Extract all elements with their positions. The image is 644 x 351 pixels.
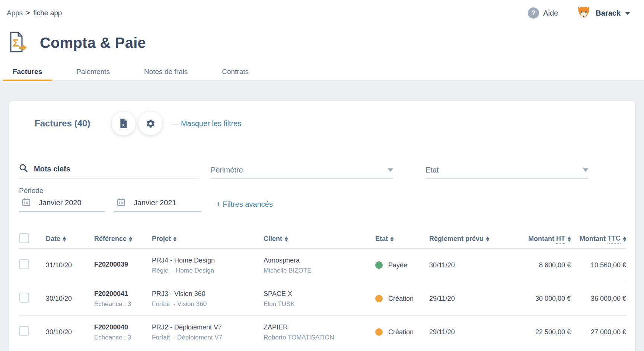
help-label: Aide [543, 9, 558, 17]
search-input[interactable] [34, 165, 190, 173]
keywords-search-field [19, 164, 198, 178]
svg-text:Σ: Σ [13, 37, 19, 49]
status-dot [375, 261, 383, 269]
table-header-row: Date Référence Projet Client Etat Règlem… [19, 230, 626, 248]
select-all-checkbox[interactable] [19, 233, 29, 243]
card-header: Factures (40) x — Masquer les filtres [19, 112, 626, 135]
invoices-table: Date Référence Projet Client Etat Règlem… [19, 230, 626, 349]
status-badge: Création [388, 295, 414, 303]
cell-etat: Payée [375, 248, 429, 282]
period-to-datepicker[interactable]: Janvier 2021 [114, 198, 201, 212]
cell-montant-ttc: 10 560,00 € [571, 248, 626, 282]
tab-factures[interactable]: Factures [3, 65, 52, 81]
tab-paiements[interactable]: Paiements [67, 65, 119, 81]
table-bottom-separator [19, 349, 626, 349]
app-header: Σ Compta & Paie [0, 20, 644, 56]
period-from-datepicker[interactable]: Janvier 2020 [19, 198, 105, 212]
column-header-projet[interactable]: Projet [152, 235, 176, 243]
column-header-montant-ttc[interactable]: MontantTTC [580, 235, 626, 244]
breadcrumb-separator-icon: > [26, 9, 30, 17]
toggle-filters-link[interactable]: — Masquer les filtres [171, 119, 241, 128]
invoices-card: Factures (40) x — Masquer les filtres [9, 101, 635, 351]
app-logo-icon: Σ [9, 31, 28, 55]
tab-notes-de-frais[interactable]: Notes de frais [134, 65, 197, 81]
sort-icon [173, 236, 176, 242]
sort-icon [285, 236, 288, 242]
content-area: Factures (40) x — Masquer les filtres [0, 81, 644, 351]
breadcrumb-current: fiche app [33, 9, 62, 17]
table-row[interactable]: 30/10/20 F20200041Echéance : 3 PRJ3 - Vi… [19, 282, 626, 315]
user-menu[interactable]: Barack [577, 5, 630, 21]
chevron-down-icon [388, 168, 393, 172]
status-dot [375, 328, 383, 336]
column-header-reglement-prevu[interactable]: Règlement prévu [429, 235, 489, 243]
cell-reference: F20200039 [94, 248, 152, 282]
chevron-down-icon [625, 12, 630, 15]
cell-reference: F20200040Echéance : 3 [94, 315, 152, 349]
cell-projet: PRJ4 - Home DesignRégie - Home Design [152, 248, 264, 282]
fox-avatar [577, 5, 591, 21]
breadcrumb: Apps > fiche app [7, 9, 62, 17]
table-row[interactable]: 30/10/20 F20200040Echéance : 3 PRJ2 - Dé… [19, 315, 626, 349]
cell-client: SPACE XElon TUSK [264, 282, 375, 315]
page-title: Compta & Paie [40, 35, 146, 51]
row-checkbox[interactable] [19, 259, 29, 269]
cell-reglement: 29/11/20 [429, 282, 507, 315]
row-checkbox[interactable] [19, 326, 29, 336]
state-label: Etat [425, 166, 439, 174]
sort-icon [129, 236, 132, 242]
cell-montant-ttc: 27 000,00 € [571, 315, 626, 349]
tab-contrats[interactable]: Contrats [212, 65, 258, 81]
column-header-client[interactable]: Client [264, 235, 288, 243]
help-button[interactable]: ? Aide [528, 7, 558, 19]
status-dot [375, 295, 383, 302]
cell-reference: F20200041Echéance : 3 [94, 282, 152, 315]
cell-projet: PRJ3 - Vision 360Forfait - Vision 360 [152, 282, 264, 315]
cell-client: ZAPIERRoberto TOMATISATION [264, 315, 375, 349]
calendar-icon [22, 198, 31, 208]
cell-montant-ht: 8 800,00 € [507, 248, 571, 282]
breadcrumb-apps-link[interactable]: Apps [7, 9, 23, 17]
period-to-value: Janvier 2021 [134, 199, 176, 207]
perimeter-select[interactable]: Périmètre [211, 166, 393, 178]
cell-date: 30/10/20 [46, 315, 94, 349]
cell-etat: Création [375, 315, 429, 349]
sort-icon [63, 236, 66, 242]
settings-button[interactable] [138, 112, 162, 135]
cell-montant-ht: 22 500,00 € [507, 315, 571, 349]
tab-bar: Factures Paiements Notes de frais Contra… [0, 65, 644, 81]
export-excel-button[interactable]: x [112, 112, 136, 135]
row-checkbox[interactable] [19, 293, 29, 303]
period-label: Période [19, 187, 626, 195]
calendar-icon [117, 198, 125, 208]
sort-icon [568, 236, 571, 242]
cell-montant-ht: 30 000,00 € [507, 282, 571, 315]
column-header-reference[interactable]: Référence [94, 235, 132, 243]
search-icon [19, 164, 28, 174]
svg-text:x: x [122, 122, 125, 128]
sort-icon [486, 236, 489, 242]
advanced-filters-link[interactable]: + Filtres avancés [216, 200, 273, 212]
cell-montant-ttc: 36 000,00 € [571, 282, 626, 315]
status-badge: Payée [388, 261, 407, 269]
top-bar: Apps > fiche app ? Aide Barack [0, 0, 644, 20]
question-mark-icon: ? [528, 7, 539, 19]
cell-projet: PRJ2 - Déploiement V7Forfait - Déploieme… [152, 315, 264, 349]
cell-reglement: 30/11/20 [429, 248, 507, 282]
cell-etat: Création [375, 282, 429, 315]
filters-row: Périmètre Etat [19, 164, 626, 178]
perimeter-label: Périmètre [211, 166, 243, 174]
column-header-etat[interactable]: Etat [375, 235, 393, 243]
panel-title: Factures (40) [35, 118, 90, 129]
table-row[interactable]: 31/10/20 F20200039 PRJ4 - Home DesignRég… [19, 248, 626, 282]
column-header-montant-ht[interactable]: MontantHT [528, 235, 571, 244]
cell-date: 31/10/20 [46, 248, 94, 282]
user-name: Barack [596, 9, 621, 17]
sort-icon [623, 236, 626, 242]
cell-reglement: 29/11/20 [429, 315, 507, 349]
sort-icon [390, 236, 393, 242]
state-select[interactable]: Etat [425, 166, 588, 178]
chevron-down-icon [583, 168, 588, 172]
column-header-date[interactable]: Date [46, 235, 66, 243]
cell-client: AtmospheraMichelle BIZOTE [264, 248, 375, 282]
